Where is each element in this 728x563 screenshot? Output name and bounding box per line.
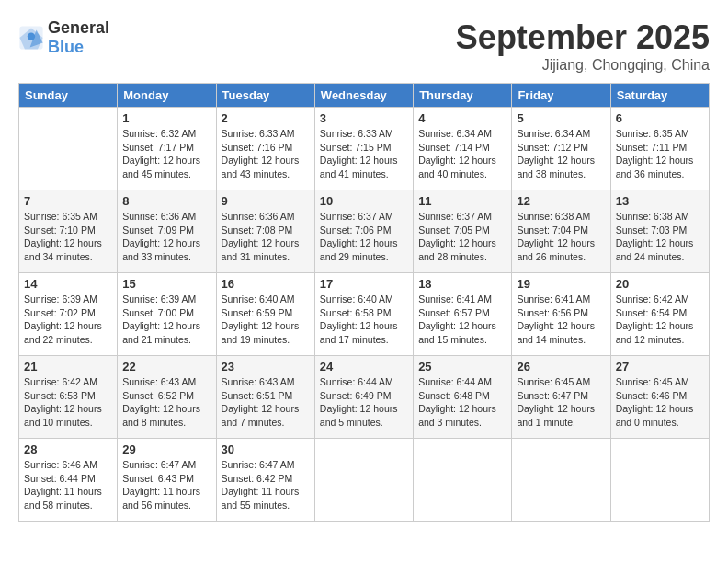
logo-general: General: [48, 18, 109, 37]
day-number: 26: [517, 360, 605, 373]
day-number: 5: [517, 111, 605, 125]
day-info: Sunrise: 6:39 AMSunset: 7:00 PMDaylight:…: [122, 293, 210, 347]
day-number: 10: [320, 194, 408, 208]
day-info: Sunrise: 6:34 AMSunset: 7:14 PMDaylight:…: [418, 127, 506, 181]
calendar-cell: [610, 439, 709, 522]
day-number: 14: [24, 277, 112, 291]
calendar-cell: [314, 439, 413, 522]
calendar-subtitle: Jijiang, Chongqing, China: [456, 57, 710, 74]
day-info: Sunrise: 6:45 AMSunset: 6:47 PMDaylight:…: [517, 375, 605, 430]
day-info: Sunrise: 6:45 AMSunset: 6:46 PMDaylight:…: [616, 375, 704, 430]
day-header-thursday: Thursday: [414, 84, 512, 108]
day-number: 4: [418, 111, 506, 125]
day-info: Sunrise: 6:36 AMSunset: 7:08 PMDaylight:…: [222, 210, 310, 264]
calendar-cell: 21Sunrise: 6:42 AMSunset: 6:53 PMDayligh…: [19, 356, 118, 439]
day-number: 27: [616, 360, 704, 373]
day-number: 9: [222, 194, 310, 208]
day-header-sunday: Sunday: [19, 84, 118, 108]
day-info: Sunrise: 6:33 AMSunset: 7:16 PMDaylight:…: [222, 127, 310, 181]
week-row-5: 28Sunrise: 6:46 AMSunset: 6:44 PMDayligh…: [19, 439, 710, 522]
week-row-4: 21Sunrise: 6:42 AMSunset: 6:53 PMDayligh…: [19, 356, 710, 439]
day-number: 24: [320, 360, 408, 373]
day-number: 8: [122, 194, 210, 208]
day-info: Sunrise: 6:43 AMSunset: 6:52 PMDaylight:…: [122, 375, 210, 430]
calendar-cell: 5Sunrise: 6:34 AMSunset: 7:12 PMDaylight…: [512, 108, 610, 190]
day-number: 16: [222, 277, 310, 291]
calendar-title: September 2025: [456, 18, 710, 57]
day-info: Sunrise: 6:34 AMSunset: 7:12 PMDaylight:…: [517, 127, 605, 181]
calendar-cell: 28Sunrise: 6:46 AMSunset: 6:44 PMDayligh…: [19, 439, 118, 522]
calendar-cell: 20Sunrise: 6:42 AMSunset: 6:54 PMDayligh…: [610, 273, 709, 356]
day-number: 18: [418, 277, 506, 291]
day-number: 17: [320, 277, 408, 291]
day-info: Sunrise: 6:37 AMSunset: 7:05 PMDaylight:…: [418, 210, 506, 264]
calendar-cell: [19, 108, 118, 190]
week-row-3: 14Sunrise: 6:39 AMSunset: 7:02 PMDayligh…: [19, 273, 710, 356]
calendar-cell: 14Sunrise: 6:39 AMSunset: 7:02 PMDayligh…: [19, 273, 118, 356]
day-number: 22: [122, 360, 210, 373]
calendar-cell: 2Sunrise: 6:33 AMSunset: 7:16 PMDaylight…: [216, 108, 314, 190]
day-header-tuesday: Tuesday: [216, 84, 314, 108]
day-info: Sunrise: 6:35 AMSunset: 7:11 PMDaylight:…: [616, 127, 704, 181]
day-number: 28: [24, 442, 112, 456]
day-info: Sunrise: 6:38 AMSunset: 7:03 PMDaylight:…: [616, 210, 704, 264]
day-number: 23: [222, 360, 310, 373]
title-area: September 2025 Jijiang, Chongqing, China: [456, 18, 710, 74]
day-number: 30: [222, 442, 310, 456]
calendar-cell: 4Sunrise: 6:34 AMSunset: 7:14 PMDaylight…: [414, 108, 512, 190]
day-number: 2: [222, 111, 310, 125]
day-number: 25: [418, 360, 506, 373]
week-row-2: 7Sunrise: 6:35 AMSunset: 7:10 PMDaylight…: [19, 190, 710, 273]
day-info: Sunrise: 6:47 AMSunset: 6:43 PMDaylight:…: [122, 458, 210, 512]
day-number: 13: [616, 194, 704, 208]
calendar-cell: 16Sunrise: 6:40 AMSunset: 6:59 PMDayligh…: [216, 273, 314, 356]
calendar-cell: 27Sunrise: 6:45 AMSunset: 6:46 PMDayligh…: [610, 356, 709, 439]
calendar-table: SundayMondayTuesdayWednesdayThursdayFrid…: [18, 83, 710, 522]
calendar-cell: 15Sunrise: 6:39 AMSunset: 7:00 PMDayligh…: [118, 273, 216, 356]
logo-text: General Blue: [48, 18, 109, 57]
day-info: Sunrise: 6:43 AMSunset: 6:51 PMDaylight:…: [222, 375, 310, 430]
day-number: 20: [616, 277, 704, 291]
days-header-row: SundayMondayTuesdayWednesdayThursdayFrid…: [19, 84, 710, 108]
day-info: Sunrise: 6:38 AMSunset: 7:04 PMDaylight:…: [517, 210, 605, 264]
calendar-cell: 10Sunrise: 6:37 AMSunset: 7:06 PMDayligh…: [314, 190, 413, 273]
calendar-cell: 8Sunrise: 6:36 AMSunset: 7:09 PMDaylight…: [118, 190, 216, 273]
calendar-cell: 9Sunrise: 6:36 AMSunset: 7:08 PMDaylight…: [216, 190, 314, 273]
day-number: 7: [24, 194, 112, 208]
day-info: Sunrise: 6:40 AMSunset: 6:59 PMDaylight:…: [222, 293, 310, 347]
calendar-cell: 6Sunrise: 6:35 AMSunset: 7:11 PMDaylight…: [610, 108, 709, 190]
day-number: 11: [418, 194, 506, 208]
calendar-cell: 29Sunrise: 6:47 AMSunset: 6:43 PMDayligh…: [118, 439, 216, 522]
day-info: Sunrise: 6:42 AMSunset: 6:54 PMDaylight:…: [616, 293, 704, 347]
calendar-cell: 26Sunrise: 6:45 AMSunset: 6:47 PMDayligh…: [512, 356, 610, 439]
calendar-cell: 18Sunrise: 6:41 AMSunset: 6:57 PMDayligh…: [414, 273, 512, 356]
calendar-cell: 13Sunrise: 6:38 AMSunset: 7:03 PMDayligh…: [610, 190, 709, 273]
calendar-cell: 19Sunrise: 6:41 AMSunset: 6:56 PMDayligh…: [512, 273, 610, 356]
day-info: Sunrise: 6:42 AMSunset: 6:53 PMDaylight:…: [24, 375, 112, 430]
day-number: 19: [517, 277, 605, 291]
header: General Blue September 2025 Jijiang, Cho…: [18, 18, 710, 74]
calendar-cell: 25Sunrise: 6:44 AMSunset: 6:48 PMDayligh…: [414, 356, 512, 439]
day-info: Sunrise: 6:37 AMSunset: 7:06 PMDaylight:…: [320, 210, 408, 264]
day-info: Sunrise: 6:44 AMSunset: 6:49 PMDaylight:…: [320, 375, 408, 430]
calendar-cell: [512, 439, 610, 522]
day-number: 21: [24, 360, 112, 373]
logo-blue: Blue: [48, 38, 84, 56]
day-number: 29: [122, 442, 210, 456]
day-info: Sunrise: 6:36 AMSunset: 7:09 PMDaylight:…: [122, 210, 210, 264]
day-header-monday: Monday: [118, 84, 216, 108]
day-number: 12: [517, 194, 605, 208]
day-info: Sunrise: 6:47 AMSunset: 6:42 PMDaylight:…: [222, 458, 310, 512]
day-header-saturday: Saturday: [610, 84, 709, 108]
day-info: Sunrise: 6:32 AMSunset: 7:17 PMDaylight:…: [122, 127, 210, 181]
calendar-cell: 22Sunrise: 6:43 AMSunset: 6:52 PMDayligh…: [118, 356, 216, 439]
calendar-cell: 23Sunrise: 6:43 AMSunset: 6:51 PMDayligh…: [216, 356, 314, 439]
day-number: 15: [122, 277, 210, 291]
calendar-cell: 24Sunrise: 6:44 AMSunset: 6:49 PMDayligh…: [314, 356, 413, 439]
calendar-cell: 11Sunrise: 6:37 AMSunset: 7:05 PMDayligh…: [414, 190, 512, 273]
calendar-cell: [414, 439, 512, 522]
calendar-cell: 1Sunrise: 6:32 AMSunset: 7:17 PMDaylight…: [118, 108, 216, 190]
calendar-cell: 30Sunrise: 6:47 AMSunset: 6:42 PMDayligh…: [216, 439, 314, 522]
day-info: Sunrise: 6:46 AMSunset: 6:44 PMDaylight:…: [24, 458, 112, 512]
day-info: Sunrise: 6:33 AMSunset: 7:15 PMDaylight:…: [320, 127, 408, 181]
